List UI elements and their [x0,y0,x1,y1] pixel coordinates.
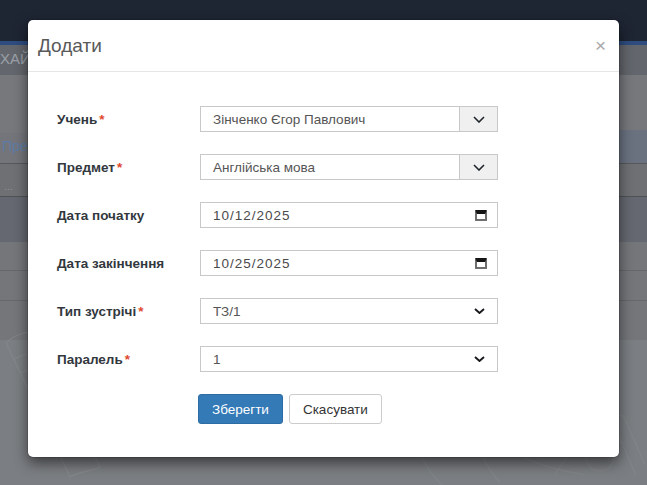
dropdown-toggle[interactable] [459,155,497,179]
chevron-down-icon [474,356,485,362]
form-row: Паралель* 1 [57,346,589,372]
required-asterisk: * [138,304,143,319]
dropdown-toggle[interactable] [459,107,497,131]
meeting-type-select[interactable]: ТЗ/1 [200,298,498,324]
form-row: Дата закінчення 10/25/2025 [57,250,589,276]
subject-select[interactable]: Англійська мова [200,154,498,180]
dialog-body: Учень* Зінченко Єгор Павлович Предмет* А… [28,72,619,424]
calendar-icon[interactable] [475,210,487,221]
chevron-down-icon [474,308,485,314]
dialog-actions: Зберегти Скасувати [198,394,589,424]
form-row: Дата початку 10/12/2025 [57,202,589,228]
cancel-button[interactable]: Скасувати [289,394,382,424]
form-row: Тип зустрічі* ТЗ/1 [57,298,589,324]
chevron-down-icon [473,116,485,123]
close-button[interactable]: × [595,36,606,55]
parallel-value: 1 [201,352,474,367]
add-dialog: Додати × Учень* Зінченко Єгор Павлович П… [28,20,619,457]
required-asterisk: * [99,112,104,127]
end-date-input[interactable]: 10/25/2025 [200,250,498,276]
student-select[interactable]: Зінченко Єгор Павлович [200,106,498,132]
save-button[interactable]: Зберегти [198,394,283,424]
start-date-input[interactable]: 10/12/2025 [200,202,498,228]
required-asterisk: * [125,352,130,367]
start-date-label: Дата початку [57,208,200,223]
required-asterisk: * [117,160,122,175]
calendar-icon[interactable] [475,258,487,269]
subject-label: Предмет* [57,160,200,175]
form-row: Предмет* Англійська мова [57,154,589,180]
end-date-value: 10/25/2025 [201,256,475,271]
screen: ХАЙ Пре ... [0,0,647,485]
end-date-label: Дата закінчення [57,256,200,271]
form-row: Учень* Зінченко Єгор Павлович [57,106,589,132]
student-value: Зінченко Єгор Павлович [201,112,459,127]
parallel-label: Паралель* [57,352,200,367]
student-label: Учень* [57,112,200,127]
chevron-down-icon [473,164,485,171]
meeting-type-value: ТЗ/1 [201,304,474,319]
subject-value: Англійська мова [201,160,459,175]
dialog-title: Додати [38,35,102,57]
start-date-value: 10/12/2025 [201,208,475,223]
dialog-header: Додати × [28,20,619,72]
parallel-select[interactable]: 1 [200,346,498,372]
meeting-type-label: Тип зустрічі* [57,304,200,319]
